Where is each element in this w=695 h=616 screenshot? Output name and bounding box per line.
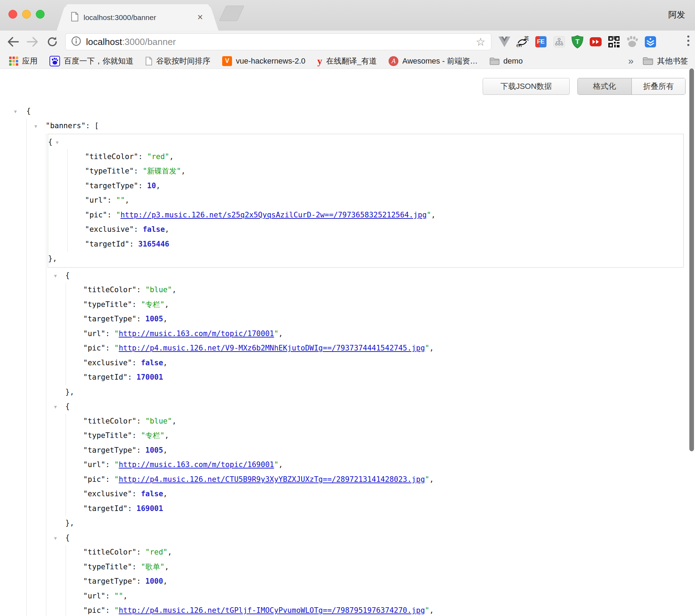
json-string: "专栏"	[141, 431, 164, 440]
json-punct: :	[105, 344, 114, 352]
tab-title: localhost:3000/banner	[84, 13, 194, 22]
json-punct: :	[105, 592, 114, 600]
close-window-button[interactable]	[8, 10, 17, 19]
folder-icon	[490, 57, 499, 65]
json-quote: "	[274, 460, 279, 469]
json-object-open: ▼{	[48, 135, 683, 150]
json-link[interactable]: http://p3.music.126.net/s25q2x5QyqsAzilC…	[120, 211, 426, 219]
browser-tab[interactable]: localhost:3000/banner ×	[66, 4, 209, 31]
other-bookmarks-label: 其他书签	[657, 56, 688, 66]
extensions-strip: 英 en FE T	[498, 33, 657, 50]
back-button[interactable]	[5, 33, 21, 50]
vertical-scrollbar-thumb[interactable]	[689, 68, 694, 451]
json-punct: :	[132, 431, 141, 440]
json-link[interactable]: http://music.163.com/m/topic/169001	[119, 460, 274, 469]
video-downloader-icon[interactable]	[589, 35, 602, 49]
collapse-all-button[interactable]: 折叠所有	[632, 78, 686, 94]
json-number: 3165446	[138, 240, 170, 248]
json-string: "专栏"	[141, 300, 164, 309]
json-string: "blue"	[145, 286, 172, 294]
bookmark-vue-hackernews[interactable]: V vue-hackernews-2.0	[222, 56, 305, 66]
json-link[interactable]: http://p4.music.126.net/tGPljf-IMOCyPvum…	[119, 606, 425, 615]
profile-name[interactable]: 阿发	[668, 9, 685, 20]
json-field-row: "url": "http://music.163.com/m/topic/170…	[66, 327, 687, 341]
bookmark-baidu[interactable]: 百度一下，你就知道	[49, 56, 133, 66]
fe-extension-icon[interactable]: FE	[534, 35, 547, 49]
forward-button[interactable]	[25, 33, 41, 50]
json-punct: :	[105, 329, 114, 338]
json-punct: :	[105, 475, 114, 484]
json-field-row: "targetId": 169001	[66, 502, 687, 516]
json-link[interactable]: http://p4.music.126.net/CTU5B9R9y3XyYBZX…	[119, 475, 425, 484]
collapse-arrow-icon[interactable]: ▼	[14, 104, 17, 119]
bookmark-folder-demo[interactable]: demo	[490, 57, 523, 66]
awesomes-icon: A	[389, 56, 398, 66]
other-bookmarks-folder[interactable]: 其他书签	[643, 56, 688, 66]
bookmark-label: Awesomes - 前端资…	[402, 56, 478, 66]
vue-devtools-icon[interactable]	[498, 35, 511, 49]
json-quote: "	[114, 329, 119, 338]
tampermonkey-shield-icon[interactable]: T	[571, 35, 584, 49]
bookmarks-bar: 应用 百度一下，你就知道 谷歌按时间排序 V vue-hackernews-2.…	[0, 53, 695, 69]
folder-icon	[643, 57, 653, 65]
apps-grid-icon	[9, 57, 18, 66]
json-field-row: "url": "",	[68, 193, 683, 208]
json-punct: ,	[278, 329, 283, 338]
json-field-row: "targetId": 170001	[66, 370, 687, 385]
json-key: "exclusive"	[85, 225, 134, 234]
json-string: "blue"	[145, 417, 172, 425]
browser-menu-icon[interactable]	[687, 35, 689, 46]
collapse-arrow-icon[interactable]: ▼	[54, 531, 57, 546]
json-punct: :	[132, 300, 141, 309]
bookmark-label: 谷歌按时间排序	[156, 56, 210, 66]
json-key: "exclusive"	[83, 359, 132, 367]
json-field-row: "pic": "http://p3.music.126.net/s25q2x5Q…	[68, 208, 683, 223]
translate-icon[interactable]: 英 en	[516, 35, 529, 49]
reading-list-icon[interactable]	[644, 35, 657, 49]
bookmark-label: vue-hackernews-2.0	[236, 57, 305, 66]
bookmark-star-icon[interactable]: ☆	[476, 35, 485, 48]
json-number: 1005	[145, 315, 163, 323]
tab-close-icon[interactable]: ×	[197, 13, 203, 22]
json-quote: "	[116, 211, 121, 219]
bookmark-youdao-translate[interactable]: y 在线翻译_有道	[317, 55, 377, 67]
bookmarks-overflow-icon[interactable]: »	[628, 55, 634, 67]
bookmark-awesomes[interactable]: A Awesomes - 前端资…	[389, 56, 478, 66]
json-punct: ,	[181, 167, 186, 175]
download-json-button[interactable]: 下载JSON数据	[483, 78, 570, 95]
minimize-window-button[interactable]	[22, 10, 31, 19]
json-key: "url"	[83, 460, 105, 469]
json-field-row: "pic": "http://p4.music.126.net/tGPljf-I…	[66, 603, 687, 616]
json-fields: "titleColor": "blue","typeTitle": "专栏","…	[66, 283, 687, 385]
info-icon[interactable]	[71, 36, 81, 47]
bookmark-label: demo	[503, 57, 523, 66]
zoom-window-button[interactable]	[36, 10, 45, 19]
format-button[interactable]: 格式化	[578, 78, 632, 94]
json-quote: "	[425, 475, 430, 484]
qr-code-icon[interactable]	[607, 35, 620, 49]
json-punct: :	[132, 359, 141, 367]
bookmark-apps[interactable]: 应用	[9, 56, 38, 66]
collapse-arrow-icon[interactable]: ▼	[56, 135, 59, 150]
json-link[interactable]: http://music.163.com/m/topic/170001	[119, 329, 274, 338]
json-punct: :	[132, 563, 141, 571]
address-bar[interactable]: localhost:3000/banner ☆	[65, 33, 491, 50]
collapse-arrow-icon[interactable]: ▼	[34, 119, 37, 134]
json-brace: {	[48, 138, 53, 146]
collapse-arrow-icon[interactable]: ▼	[54, 400, 57, 414]
new-tab-button[interactable]	[219, 6, 245, 21]
json-punct: :	[132, 490, 141, 498]
collapse-arrow-icon[interactable]: ▼	[54, 269, 57, 283]
json-field-row: "titleColor": "red",	[66, 545, 687, 560]
json-field-row: "typeTitle": "新碟首发",	[68, 164, 683, 179]
json-punct: :	[137, 315, 145, 323]
json-object-close: },	[46, 385, 687, 400]
url-host: localhost	[86, 37, 122, 47]
paw-icon[interactable]	[626, 35, 638, 49]
json-link[interactable]: http://p4.music.126.net/V9-MXz6b2MNhEKju…	[119, 344, 425, 352]
reload-button[interactable]	[44, 33, 60, 50]
json-punct: ,	[163, 315, 168, 323]
json-field-row: "pic": "http://p4.music.126.net/V9-MXz6b…	[66, 341, 687, 356]
bookmark-google-sort[interactable]: 谷歌按时间排序	[145, 56, 210, 66]
sitemap-icon[interactable]	[552, 35, 565, 49]
